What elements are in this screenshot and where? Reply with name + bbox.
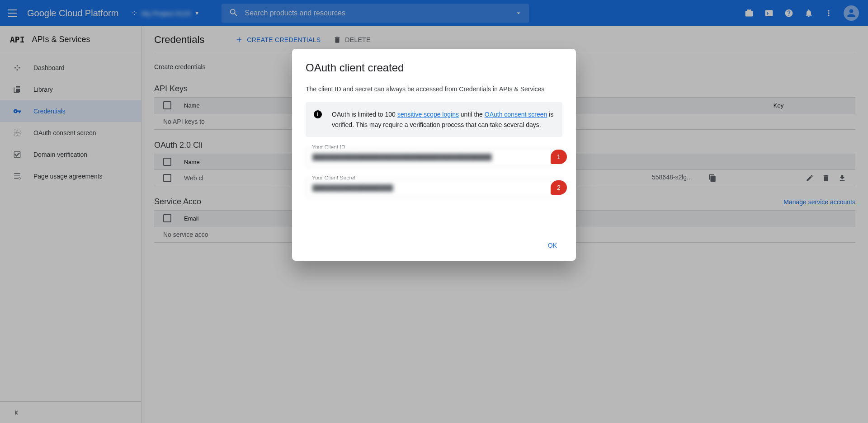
client-secret-field: Your Client Secret 2 [306, 179, 562, 197]
info-text: OAuth is limited to 100 sensitive scope … [332, 109, 554, 130]
annotation-badge-1: 1 [551, 150, 567, 164]
annotation-badge-2: 2 [551, 180, 567, 195]
client-secret-input[interactable] [306, 179, 562, 197]
info-icon: i [314, 110, 322, 118]
dialog-description: The client ID and secret can always be a… [306, 84, 562, 94]
sensitive-scope-link[interactable]: sensitive scope logins [397, 111, 459, 118]
info-box: i OAuth is limited to 100 sensitive scop… [306, 102, 562, 137]
modal-overlay[interactable]: OAuth client created The client ID and s… [0, 0, 868, 423]
client-id-input[interactable] [306, 148, 562, 167]
dialog-actions: OK [306, 238, 562, 253]
consent-screen-link[interactable]: OAuth consent screen [485, 111, 547, 118]
client-id-field: Your Client ID 1 [306, 148, 562, 167]
ok-button[interactable]: OK [542, 238, 562, 253]
dialog-title: OAuth client created [306, 61, 562, 74]
oauth-created-dialog: OAuth client created The client ID and s… [292, 49, 576, 261]
